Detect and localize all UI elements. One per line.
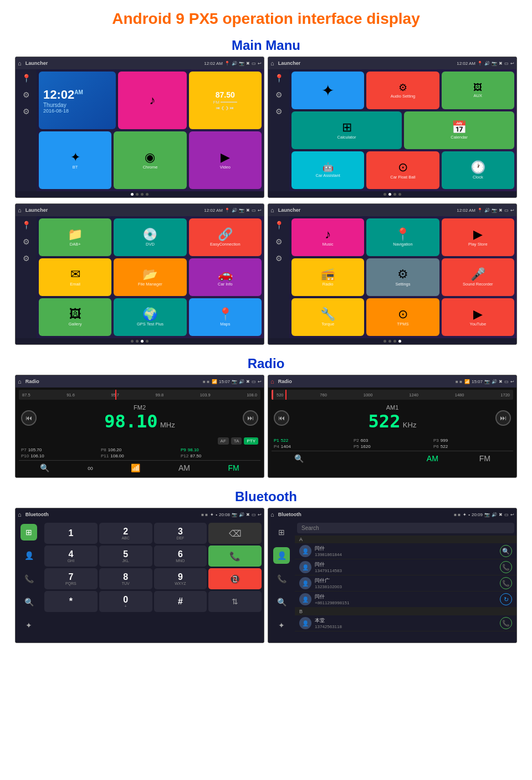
fm-scan-icon[interactable]: 📶: [131, 463, 140, 472]
dial-key-special[interactable]: ⇅: [208, 591, 262, 612]
home-icon-4[interactable]: ⌂: [270, 207, 274, 213]
dial-key-star[interactable]: *: [44, 591, 98, 612]
radio-app-tile[interactable]: 📻 Radio: [291, 258, 364, 296]
location-icon-2[interactable]: 📍: [274, 74, 284, 83]
dab-tile[interactable]: 📁 DAB+: [39, 218, 111, 256]
equalizer-icon-2[interactable]: ⚙: [275, 90, 283, 99]
dial-key-9[interactable]: 9WXYZ: [154, 568, 207, 589]
clock-tile[interactable]: 12:02AM Thursday 2016-08-18: [39, 72, 116, 129]
dial-key-end[interactable]: 📵: [208, 568, 262, 589]
car-assistant-tile[interactable]: 🤖 Car Assistant: [291, 151, 364, 189]
am-next-button[interactable]: ⏭: [495, 410, 511, 426]
dial-key-6[interactable]: 6MNO: [154, 546, 207, 567]
bluetooth-tile[interactable]: ✦: [291, 72, 364, 109]
dial-key-call[interactable]: 📞: [208, 546, 262, 567]
home-radio-fm[interactable]: ⌂: [18, 378, 22, 385]
fm-loop-icon[interactable]: ∞: [88, 463, 93, 472]
gps-test-tile[interactable]: 🌍 GPS Test Plus: [114, 298, 186, 336]
easy-conn-tile[interactable]: 🔗 EasyConnection: [189, 218, 262, 256]
eq-icon-4[interactable]: ⚙: [275, 237, 283, 246]
location-icon-4[interactable]: 📍: [274, 221, 284, 230]
email-tile[interactable]: ✉ Email: [39, 258, 111, 296]
am-fm-button[interactable]: FM: [479, 454, 490, 463]
fm-search-icon[interactable]: 🔍: [40, 463, 49, 472]
calendar-tile[interactable]: 📅 Calendar: [404, 111, 514, 149]
settings-icon-2[interactable]: ⚙: [275, 107, 283, 116]
bt-contacts-icon[interactable]: 👤: [21, 547, 37, 564]
bt-search-bar[interactable]: Search: [297, 523, 514, 533]
tpms-tile[interactable]: ⊙ TPMS: [366, 298, 439, 336]
bt-2-calls-icon[interactable]: 📞: [273, 570, 290, 587]
am-preset-p5[interactable]: P51620: [354, 444, 431, 449]
bt-settings-icon[interactable]: ✦: [21, 617, 37, 634]
dial-key-hash[interactable]: #: [154, 591, 207, 612]
dial-key-7[interactable]: 7PQRS: [44, 568, 98, 589]
bt-search-icon[interactable]: 🔍: [21, 594, 37, 610]
music-tile[interactable]: ♪: [118, 72, 186, 129]
bt-2-search-icon[interactable]: 🔍: [273, 594, 290, 610]
dial-key-2[interactable]: 2ABC: [99, 523, 152, 544]
navigation-tile[interactable]: 📍 Navigation: [366, 218, 439, 256]
radio-tile[interactable]: 87.50 FM ━━━━━━ ⏮❮❯⏭: [189, 72, 262, 129]
fm-af-button[interactable]: AF: [218, 437, 229, 445]
bt-call-2[interactable]: 📞: [500, 561, 512, 573]
car-float-ball-tile[interactable]: ⊙ Car Float Ball: [366, 151, 439, 189]
am-preset-p2[interactable]: P2603: [354, 438, 431, 443]
location-icon-3[interactable]: 📍: [22, 221, 31, 230]
dial-key-4[interactable]: 4GHI: [44, 546, 98, 567]
bt-refresh-4[interactable]: ↻: [500, 593, 512, 605]
fm-preset-p7[interactable]: P7105.70: [21, 447, 99, 452]
music-app-tile[interactable]: ♪ Music: [291, 218, 364, 256]
maps-tile[interactable]: 📍 Maps: [189, 298, 262, 336]
dial-key-del[interactable]: ⌫: [208, 523, 262, 544]
file-mgr-tile[interactable]: 📂 File Manager: [114, 258, 186, 296]
home-radio-am[interactable]: ⌂: [270, 378, 274, 385]
audio-setting-tile[interactable]: ⚙ Audio Setting: [366, 72, 439, 109]
clock-app-tile[interactable]: 🕐 Clock: [442, 151, 514, 189]
bt-call-1[interactable]: 🔍: [500, 545, 512, 557]
bt-2-contacts-icon[interactable]: 👤: [273, 547, 290, 564]
fm-preset-p8[interactable]: P8106.20: [101, 447, 178, 452]
home-icon-3[interactable]: ⌂: [18, 207, 22, 213]
youtube-tile[interactable]: ▶ YouTube: [442, 298, 514, 336]
settings-tile[interactable]: ⚙ Settings: [366, 258, 439, 296]
am-preset-p1[interactable]: P1522: [274, 438, 351, 443]
video-tile[interactable]: ▶ Video: [189, 131, 262, 189]
fm-pty-button[interactable]: PTY: [244, 437, 258, 445]
home-icon-2[interactable]: ⌂: [270, 60, 274, 67]
fm-ta-button[interactable]: TA: [231, 437, 242, 445]
am-preset-p6[interactable]: P6522: [433, 444, 511, 449]
bt-tile[interactable]: ✦ BT: [39, 131, 111, 189]
settings-icon-1[interactable]: ⚙: [23, 107, 30, 116]
home-icon-1[interactable]: ⌂: [18, 60, 22, 67]
dial-key-1[interactable]: 1: [44, 523, 98, 544]
fm-prev-button[interactable]: ⏮: [21, 410, 37, 426]
bt-2-dialpad-icon[interactable]: ⊞: [273, 524, 290, 541]
bt-dialpad-icon[interactable]: ⊞: [21, 524, 37, 541]
fm-preset-p9[interactable]: P998.10: [181, 447, 258, 452]
aux-tile[interactable]: 🖼 AUX: [442, 72, 514, 109]
fm-preset-p11[interactable]: P11108.00: [101, 453, 178, 458]
settings-icon-3[interactable]: ⚙: [23, 254, 30, 263]
car-info-tile[interactable]: 🚗 Car Info: [189, 258, 262, 296]
fm-am-button[interactable]: AM: [178, 463, 190, 472]
gallery-tile[interactable]: 🖼 Gallery: [39, 298, 111, 336]
home-bt-1[interactable]: ⌂: [18, 511, 22, 518]
equalizer-icon-1[interactable]: ⚙: [23, 90, 30, 99]
play-store-tile[interactable]: ▶ Play Store: [442, 218, 514, 256]
fm-fm-button[interactable]: FM: [228, 463, 239, 472]
torque-tile[interactable]: 🔧 Torque: [291, 298, 364, 336]
dvd-tile[interactable]: 💿 DVD: [114, 218, 186, 256]
dial-key-8[interactable]: 8TUV: [99, 568, 152, 589]
dial-key-0[interactable]: 0+: [99, 591, 152, 612]
dial-key-3[interactable]: 3DEF: [154, 523, 207, 544]
bt-call-3[interactable]: 📞: [500, 577, 512, 589]
bt-call-5[interactable]: 📞: [500, 617, 512, 629]
sound-rec-tile[interactable]: 🎤 Sound Recorder: [442, 258, 514, 296]
bt-2-settings-icon[interactable]: ✦: [273, 617, 290, 634]
calculator-tile[interactable]: ⊞ Calculator: [291, 111, 402, 149]
am-am-button[interactable]: AM: [427, 454, 438, 463]
eq-icon-3[interactable]: ⚙: [23, 237, 30, 246]
am-preset-p4[interactable]: P41404: [274, 444, 351, 449]
fm-preset-p10[interactable]: P10106.10: [21, 453, 99, 458]
